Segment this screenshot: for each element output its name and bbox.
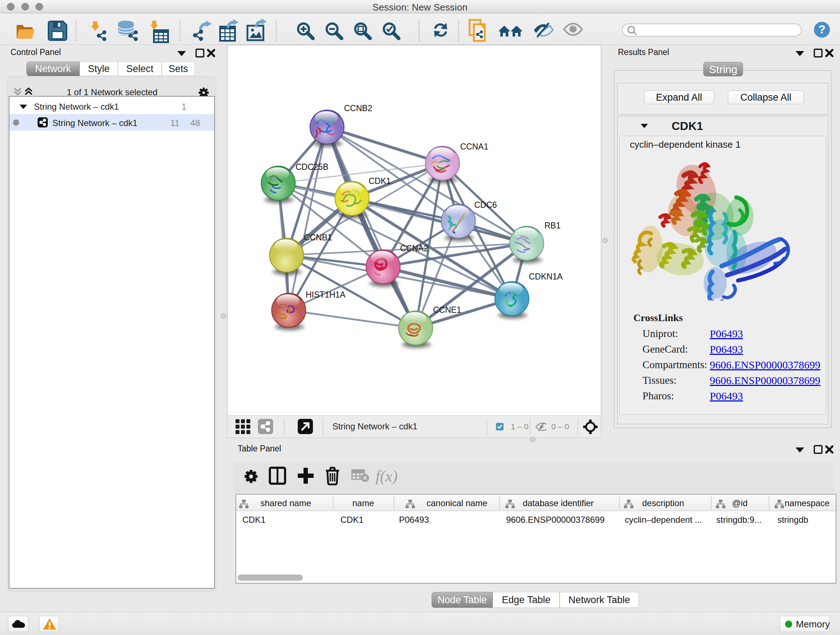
svg-text:CDKN1A: CDKN1A	[529, 272, 563, 281]
svg-text:CCNA2: CCNA2	[400, 244, 428, 253]
svg-text:CCNA1: CCNA1	[460, 142, 488, 151]
svg-text:CDC25B: CDC25B	[295, 162, 328, 172]
svg-text:CDC6: CDC6	[474, 200, 497, 210]
svg-text:CDK1: CDK1	[369, 176, 391, 186]
svg-text:CCNB2: CCNB2	[344, 103, 372, 113]
svg-text:CCNB1: CCNB1	[304, 233, 332, 242]
svg-text:RB1: RB1	[545, 221, 561, 230]
svg-text:HIST1H1A: HIST1H1A	[306, 290, 346, 299]
svg-text:CCNE1: CCNE1	[433, 305, 461, 315]
svg-text:?: ?	[818, 23, 826, 36]
svg-text:f(x): f(x)	[376, 467, 398, 485]
